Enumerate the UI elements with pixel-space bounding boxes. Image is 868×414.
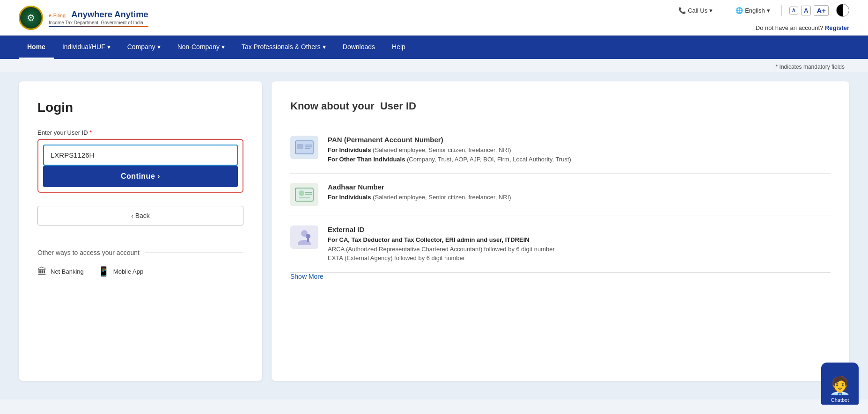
top-bar: ⚙ e-Filing Anywhere Anytime Income Tax D…	[0, 0, 868, 36]
svg-point-11	[306, 234, 310, 239]
continue-label: Continue ›	[121, 172, 160, 180]
language-label: English	[745, 7, 765, 14]
pan-icon	[290, 136, 318, 159]
mobile-app-label: Mobile App	[113, 268, 143, 275]
mobile-app-icon: 📱	[98, 266, 110, 277]
nav-individual-chevron: ▾	[107, 43, 110, 51]
nav-downloads[interactable]: Downloads	[334, 36, 383, 59]
logo-efiling: e-Filing Anywhere Anytime	[49, 8, 148, 20]
net-banking-option[interactable]: 🏛 Net Banking	[37, 266, 84, 277]
external-id-option: External ID For CA, Tax Deductor and Tax…	[290, 216, 831, 273]
svg-rect-1	[297, 144, 303, 149]
nav-tax-prof-chevron: ▾	[323, 43, 326, 51]
pan-content: PAN (Permanent Account Number) For Indiv…	[328, 136, 831, 164]
efiling-label: e-Filing	[49, 13, 66, 18]
logo-underline	[49, 26, 148, 27]
chatbot-label: Chatbot	[821, 395, 859, 399]
nav-non-company-chevron: ▾	[221, 43, 225, 51]
external-id-content: External ID For CA, Tax Deductor and Tax…	[328, 225, 831, 263]
mandatory-note: * Indicates mandatory fields	[0, 59, 868, 72]
continue-button[interactable]: Continue ›	[43, 166, 238, 187]
nav-home[interactable]: Home	[19, 36, 54, 59]
language-button[interactable]: 🌐 English ▾	[732, 5, 774, 16]
login-title: Login	[37, 100, 243, 115]
aadhaar-title: Aadhaar Number	[328, 183, 831, 191]
svg-rect-5	[295, 188, 313, 201]
svg-point-6	[299, 190, 304, 196]
nav-company-chevron: ▾	[157, 43, 161, 51]
other-ways-title: Other ways to access your account	[37, 249, 243, 256]
call-us-button[interactable]: 📞 Call Us ▾	[675, 5, 716, 16]
show-more-link[interactable]: Show More	[290, 273, 324, 280]
nav-company[interactable]: Company ▾	[119, 36, 169, 59]
logo-text: e-Filing Anywhere Anytime Income Tax Dep…	[49, 8, 148, 27]
chatbot-figure: 🧑‍💼	[828, 377, 852, 395]
pan-desc: For Individuals (Salaried employee, Seni…	[328, 145, 831, 164]
mobile-app-option[interactable]: 📱 Mobile App	[98, 266, 143, 277]
divider-vertical-2	[781, 5, 782, 16]
logo-emblem: ⚙	[19, 6, 43, 30]
user-id-field-label: Enter your User ID *	[37, 129, 243, 136]
chatbot-bubble[interactable]: 🧑‍💼 Chatbot	[821, 363, 859, 399]
language-chevron: ▾	[767, 7, 770, 14]
nav-help-label: Help	[392, 43, 405, 51]
font-controls: A A A+	[789, 5, 829, 16]
back-button[interactable]: ‹ Back	[37, 206, 243, 225]
nav-non-company[interactable]: Non-Company ▾	[169, 36, 233, 59]
input-wrapper: Continue ›	[37, 139, 243, 193]
login-card: Login Enter your User ID * Continue › ‹ …	[19, 81, 262, 381]
know-title-highlight: User ID	[380, 100, 416, 112]
required-marker: *	[89, 129, 92, 136]
logo-sub-label: Income Tax Department, Government of Ind…	[49, 20, 148, 25]
tagline-label: Anywhere Anytime	[71, 9, 148, 19]
font-large-button[interactable]: A+	[814, 5, 829, 16]
register-link[interactable]: Register	[825, 24, 849, 31]
top-right: 📞 Call Us ▾ 🌐 English ▾ A A A+ Do not ha…	[675, 4, 849, 31]
nav-individual-huf[interactable]: Individual/HUF ▾	[54, 36, 119, 59]
svg-rect-12	[307, 238, 309, 242]
external-id-title: External ID	[328, 225, 831, 233]
other-ways-section: Other ways to access your account 🏛 Net …	[37, 249, 243, 277]
aadhaar-option: Aadhaar Number For Individuals (Salaried…	[290, 174, 831, 216]
register-prompt: Do not have an account? Register	[756, 24, 849, 31]
know-title-prefix: Know about your	[290, 100, 375, 112]
pan-title: PAN (Permanent Account Number)	[328, 136, 831, 144]
call-us-label: Call Us	[688, 7, 707, 14]
font-medium-button[interactable]: A	[801, 6, 811, 15]
aadhaar-content: Aadhaar Number For Individuals (Salaried…	[328, 183, 831, 206]
aadhaar-icon	[290, 183, 318, 206]
contrast-toggle[interactable]	[836, 4, 849, 17]
back-label: ‹ Back	[131, 212, 150, 219]
user-id-input[interactable]	[43, 145, 238, 166]
main-content: Login Enter your User ID * Continue › ‹ …	[0, 72, 868, 399]
nav-tax-professionals[interactable]: Tax Professionals & Others ▾	[233, 36, 334, 59]
nav-non-company-label: Non-Company	[177, 43, 220, 51]
phone-icon: 📞	[678, 7, 686, 14]
other-ways-title-text: Other ways to access your account	[37, 249, 140, 256]
font-small-button[interactable]: A	[789, 7, 798, 15]
no-account-text: Do not have an account?	[756, 24, 824, 31]
nav-individual-label: Individual/HUF	[62, 43, 105, 51]
call-us-chevron: ▾	[709, 7, 713, 14]
nav-help[interactable]: Help	[383, 36, 414, 59]
nav-downloads-label: Downloads	[343, 43, 375, 51]
mandatory-text-label: * Indicates mandatory fields	[776, 64, 845, 70]
right-panel: Know about your User ID PAN (Permanent A…	[272, 81, 849, 381]
nav-bar: Home Individual/HUF ▾ Company ▾ Non-Comp…	[0, 36, 868, 59]
logo-area: ⚙ e-Filing Anywhere Anytime Income Tax D…	[19, 6, 148, 30]
external-id-desc: For CA, Tax Deductor and Tax Collector, …	[328, 235, 831, 263]
net-banking-label: Net Banking	[51, 268, 84, 275]
access-options: 🏛 Net Banking 📱 Mobile App	[37, 266, 243, 277]
nav-home-label: Home	[27, 43, 45, 51]
user-id-label-text: Enter your User ID	[37, 129, 88, 136]
external-id-icon	[290, 225, 318, 249]
divider-vertical	[724, 5, 724, 16]
pan-option: PAN (Permanent Account Number) For Indiv…	[290, 126, 831, 174]
top-right-controls: 📞 Call Us ▾ 🌐 English ▾ A A A+	[675, 4, 849, 17]
nav-tax-prof-label: Tax Professionals & Others	[242, 43, 321, 51]
know-userid-title: Know about your User ID	[290, 100, 831, 112]
net-banking-icon: 🏛	[37, 266, 47, 277]
nav-company-label: Company	[127, 43, 155, 51]
globe-icon: 🌐	[736, 7, 743, 14]
aadhaar-desc: For Individuals (Salaried employee, Seni…	[328, 193, 831, 202]
